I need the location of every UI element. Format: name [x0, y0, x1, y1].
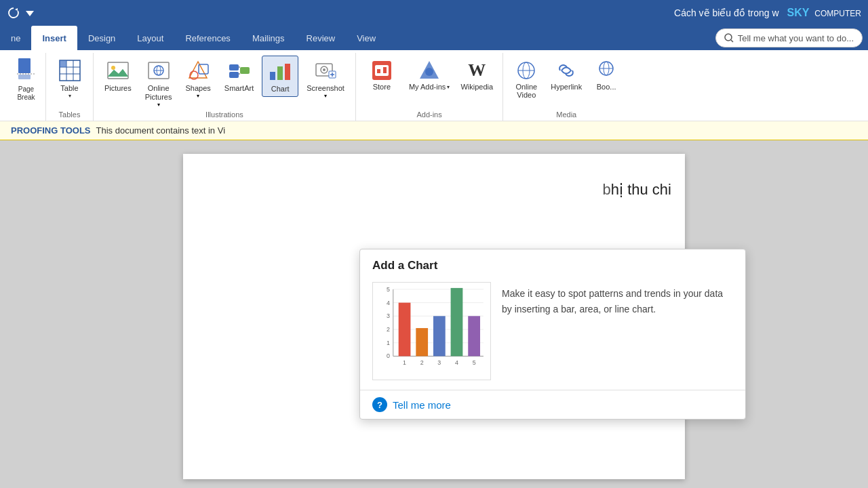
shapes-label: Shapes: [186, 84, 211, 93]
sky-logo: SKY: [787, 7, 810, 18]
tooltip-footer[interactable]: ? Tell me more: [360, 390, 745, 419]
bookmark-button[interactable]: Boo...: [589, 56, 624, 94]
tab-bar: ne Insert Design Layout References Maili…: [0, 26, 868, 50]
svg-text:5: 5: [387, 286, 390, 293]
page-break-label: PageBreak: [17, 85, 35, 102]
chart-svg: 0 1 2 3 4 5: [373, 283, 490, 380]
svg-line-2: [731, 40, 733, 42]
tab-references[interactable]: References: [174, 26, 241, 50]
pictures-icon: [106, 58, 130, 83]
screenshot-icon: [313, 58, 338, 83]
my-addins-button[interactable]: My Add-ins ▾: [405, 56, 454, 94]
online-pictures-icon: [146, 58, 171, 83]
table-button[interactable]: Table ▾: [52, 56, 87, 102]
svg-point-31: [323, 68, 326, 71]
tell-me-placeholder: Tell me what you want to do...: [738, 33, 854, 43]
svg-rect-65: [468, 317, 480, 357]
add-chart-tooltip: Add a Chart 0 1 2 3 4 5: [359, 249, 746, 420]
svg-rect-61: [399, 303, 411, 357]
svg-rect-62: [416, 328, 428, 356]
tab-layout[interactable]: Layout: [126, 26, 174, 50]
help-icon: ?: [372, 397, 387, 412]
bookmark-label: Boo...: [597, 83, 616, 91]
media-buttons: OnlineVideo Hyperlink: [509, 53, 624, 110]
svg-point-40: [425, 68, 433, 76]
table-dropdown: ▾: [68, 93, 71, 99]
svg-text:4: 4: [387, 300, 390, 306]
tab-review[interactable]: Review: [296, 26, 347, 50]
store-label: Store: [373, 83, 391, 91]
online-pictures-label: OnlinePictures: [145, 84, 172, 102]
tables-buttons: Table ▾: [52, 53, 87, 110]
wikipedia-button[interactable]: W Wikipedia: [456, 56, 497, 94]
tab-mailings[interactable]: Mailings: [241, 26, 296, 50]
proofing-tools-label: PROOFING TOOLS: [11, 125, 91, 136]
svg-rect-11: [60, 60, 66, 67]
title-bar-left: [7, 6, 34, 20]
pages-group: PageBreak: [5, 53, 46, 121]
svg-marker-0: [15, 8, 18, 11]
svg-rect-26: [270, 72, 275, 80]
shapes-dropdown: ▾: [197, 93, 199, 99]
quick-access-dropdown[interactable]: [26, 8, 34, 18]
screenshot-button[interactable]: Screenshot ▾: [301, 56, 350, 102]
vietnamese-text: hị thu chi: [611, 181, 671, 198]
title-text: Cách vẽ biểu đồ trong w: [674, 7, 779, 18]
table-icon: [58, 58, 82, 83]
media-group: OnlineVideo Hyperlink: [503, 53, 629, 121]
title-bar: Cách vẽ biểu đồ trong w SKY COMPUTER: [0, 0, 868, 26]
pictures-button[interactable]: Pictures: [99, 56, 137, 96]
online-video-label: OnlineVideo: [515, 83, 537, 99]
proofing-bar: PROOFING TOOLS This document contains te…: [0, 121, 868, 140]
store-icon: [370, 58, 394, 83]
page-break-button[interactable]: PageBreak: [12, 56, 41, 104]
proofing-text: This document contains text in Vi: [96, 125, 226, 136]
page-icon: [17, 58, 36, 84]
illustrations-buttons: Pictures OnlinePictures ▾: [99, 53, 350, 110]
online-pictures-dropdown: ▾: [157, 102, 160, 108]
svg-point-13: [111, 66, 115, 70]
svg-rect-37: [377, 69, 380, 73]
pictures-label: Pictures: [104, 84, 132, 93]
tab-view[interactable]: View: [346, 26, 387, 50]
tooltip-body: 0 1 2 3 4 5: [360, 279, 745, 390]
tab-home[interactable]: ne: [0, 26, 31, 50]
svg-rect-28: [285, 64, 290, 80]
svg-rect-64: [451, 288, 463, 357]
hyperlink-icon: [554, 58, 578, 83]
shapes-button[interactable]: Shapes ▾: [180, 56, 216, 102]
computer-label: COMPUTER: [814, 9, 861, 18]
chart-preview: 0 1 2 3 4 5: [372, 282, 491, 380]
svg-rect-27: [277, 66, 283, 80]
svg-text:1: 1: [387, 340, 390, 346]
illustrations-group: Pictures OnlinePictures ▾: [94, 53, 356, 121]
smartart-icon: [227, 58, 252, 83]
svg-rect-4: [18, 75, 31, 79]
hyperlink-button[interactable]: Hyperlink: [547, 56, 586, 94]
svg-rect-63: [433, 317, 446, 357]
online-video-button[interactable]: OnlineVideo: [509, 56, 544, 102]
svg-text:0: 0: [387, 353, 390, 360]
svg-text:3: 3: [437, 360, 441, 367]
svg-text:1: 1: [403, 360, 406, 367]
svg-text:5: 5: [473, 360, 476, 367]
tell-more-link[interactable]: Tell me more: [393, 399, 451, 411]
chart-button[interactable]: Chart: [262, 56, 298, 97]
online-pictures-button[interactable]: OnlinePictures ▾: [140, 56, 178, 110]
tables-group-label: Tables: [59, 110, 81, 121]
illustrations-group-label: Illustrations: [205, 110, 243, 121]
tables-group: Table ▾ Tables: [46, 53, 94, 121]
document-area: bhị thu chi Add a Chart 0 1 2 3: [0, 140, 868, 488]
svg-text:2: 2: [387, 326, 390, 333]
smartart-button[interactable]: SmartArt: [219, 56, 259, 96]
tell-me-bar[interactable]: Tell me what you want to do...: [715, 28, 863, 47]
svg-text:4: 4: [455, 360, 458, 367]
table-label: Table: [60, 84, 78, 93]
svg-rect-38: [383, 67, 387, 73]
store-button[interactable]: Store: [361, 56, 402, 94]
shapes-icon: [186, 58, 210, 83]
my-addins-label: My Add-ins ▾: [409, 83, 450, 91]
tab-insert[interactable]: Insert: [31, 26, 77, 50]
refresh-icon[interactable]: [7, 6, 20, 20]
tab-design[interactable]: Design: [77, 26, 126, 50]
